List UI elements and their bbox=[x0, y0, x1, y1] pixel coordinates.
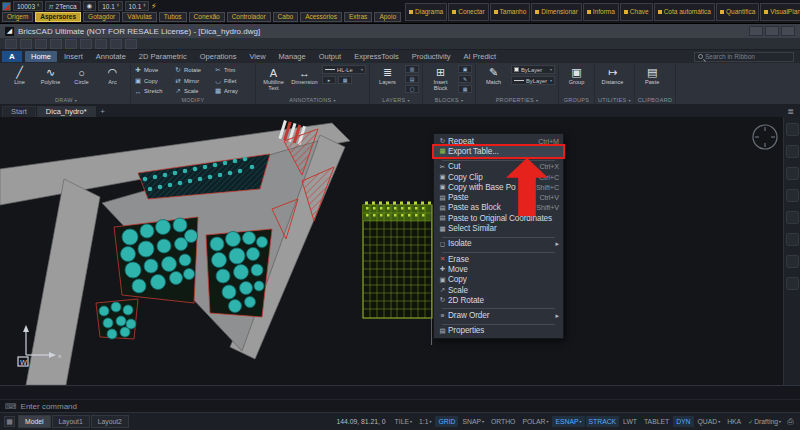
ribbon-app-menu-button[interactable]: A bbox=[2, 51, 22, 62]
linetype-combo[interactable]: ByLayer▾ bbox=[511, 76, 555, 85]
ribbon-tab[interactable]: Productivity bbox=[406, 51, 457, 62]
document-tab[interactable]: Dica_hydro* bbox=[37, 106, 96, 117]
plugin-tab[interactable]: Válvulas bbox=[122, 12, 157, 22]
ribbon-big-button[interactable]: ↔ Dimension bbox=[290, 65, 319, 92]
paste-button[interactable]: ▤Paste bbox=[638, 65, 667, 86]
context-menu-item[interactable]: ✂ Cut Ctrl+X ▸ bbox=[434, 162, 563, 172]
plugin-tab[interactable]: Origem bbox=[2, 12, 33, 22]
plugin-tool-button[interactable]: Quantifica bbox=[716, 3, 759, 21]
leader-button[interactable]: ▸ bbox=[322, 76, 336, 84]
status-toggle[interactable]: ✓ STRACK ▾ bbox=[586, 416, 620, 427]
context-menu-item[interactable]: ≡ Draw Order ▸ bbox=[434, 310, 563, 320]
status-toggle[interactable]: ✓ SNAP ▾ bbox=[459, 416, 487, 427]
context-menu-item[interactable]: ▣ Copy ▸ bbox=[434, 275, 563, 285]
layout-tab[interactable]: Layout2 bbox=[91, 415, 129, 428]
plugin-tool-button[interactable]: Chave bbox=[620, 3, 653, 21]
plugin-tool-button[interactable]: VisualPlan bbox=[760, 3, 800, 21]
layers-button[interactable]: ≣Layers bbox=[373, 65, 402, 86]
context-menu-item[interactable]: ↻ Repeat Ctrl+M ▸ bbox=[434, 136, 563, 146]
context-menu-item[interactable]: ▸ bbox=[442, 158, 555, 161]
ribbon-small-button[interactable]: ◡ Fillet bbox=[214, 76, 252, 87]
ribbon-tab[interactable]: AI Predict bbox=[458, 51, 503, 62]
layer-isolate-button[interactable]: ▤ bbox=[405, 75, 419, 83]
status-toggle[interactable]: ✓ Drafting ▾ bbox=[745, 416, 784, 427]
ribbon-big-button[interactable]: ∿ Polyline bbox=[36, 65, 65, 86]
status-toggle[interactable]: ✓ GRID ▾ bbox=[435, 416, 458, 427]
status-toggle[interactable]: ✓ QUAD ▾ bbox=[695, 416, 724, 427]
context-menu-item[interactable]: ▤ Paste to Original Coordinates ▸ bbox=[434, 213, 563, 223]
plugin-tab[interactable]: Tubos bbox=[159, 12, 187, 22]
plugin-tool-button[interactable]: Dimensionar bbox=[531, 3, 582, 21]
leader-style-combo[interactable]: HL-Le▾ bbox=[322, 65, 366, 74]
plugin-tab[interactable]: Conexão bbox=[189, 12, 225, 22]
attach-button[interactable]: ▦ bbox=[458, 85, 472, 93]
size-field-2[interactable]: 10.1▴▾ bbox=[125, 1, 149, 11]
status-toggle[interactable]: ✓ POLAR ▾ bbox=[519, 416, 551, 427]
ribbon-big-button[interactable]: ╱ Line bbox=[5, 65, 34, 86]
model-space-canvas[interactable]: W x ↻ Repeat Ctrl+M ▸ ▦ Export Table... … bbox=[0, 117, 800, 385]
ribbon-tab[interactable]: View bbox=[243, 51, 271, 62]
tab-list-icon[interactable]: ≣ bbox=[787, 107, 798, 116]
edit-block-button[interactable]: ✎ bbox=[458, 75, 472, 83]
ribbon-tab[interactable]: ExpressTools bbox=[348, 51, 405, 62]
ribbon-search[interactable] bbox=[694, 52, 794, 62]
context-menu-item[interactable]: ▣ Copy with Base Point Ctrl+Shift+C ▸ bbox=[434, 182, 563, 192]
ribbon-big-button[interactable]: ○ Circle bbox=[67, 65, 96, 86]
context-menu-item[interactable]: ▤ Paste as Block Ctrl+Shift+V ▸ bbox=[434, 203, 563, 213]
plugin-tool-button[interactable]: Cota automática bbox=[654, 3, 715, 21]
context-menu-item[interactable]: ◻ Isolate ▸ bbox=[434, 239, 563, 249]
pi-selector[interactable]: π2Tenca bbox=[45, 1, 81, 11]
create-block-button[interactable]: ▣ bbox=[458, 65, 472, 73]
plugin-tool-button[interactable]: Informa bbox=[583, 3, 619, 21]
status-toggle[interactable]: ✓ TABLET ▾ bbox=[641, 416, 672, 427]
group-button[interactable]: ▣Group bbox=[562, 65, 591, 86]
navigation-wheel[interactable] bbox=[753, 125, 777, 149]
spinner-icon[interactable]: ▴▾ bbox=[37, 4, 39, 8]
context-menu-item[interactable]: ↗ Scale ▸ bbox=[434, 285, 563, 295]
layer-state-button[interactable]: ▥ bbox=[405, 65, 419, 73]
counter-field[interactable]: 10003▴▾ bbox=[13, 1, 43, 11]
distance-button[interactable]: ↦Distance bbox=[598, 65, 627, 86]
ribbon-search-input[interactable] bbox=[705, 53, 790, 60]
ribbon-tab[interactable]: Manage bbox=[273, 51, 312, 62]
context-menu-item[interactable]: ▸ bbox=[442, 306, 555, 309]
status-toggle[interactable]: ✓ LWT ▾ bbox=[620, 416, 640, 427]
command-line[interactable]: ⌨ Enter command bbox=[0, 400, 800, 412]
status-toggle[interactable]: ✓ TILE ▾ bbox=[392, 416, 415, 427]
irrigation-table-graphic[interactable] bbox=[363, 202, 432, 346]
layout-browser-icon[interactable]: ▦ bbox=[4, 416, 15, 427]
status-toggle[interactable]: ✓ DYN ▾ bbox=[673, 416, 693, 427]
drawing-viewport[interactable]: W x bbox=[0, 117, 783, 385]
insert-block-button[interactable]: ⊞Insert Block bbox=[426, 65, 455, 92]
plugin-tab[interactable]: Aspersores bbox=[35, 12, 81, 22]
ribbon-big-button[interactable]: A Multiline Text bbox=[259, 65, 288, 92]
command-history[interactable] bbox=[0, 386, 800, 400]
plugin-tab[interactable]: Gotagdor bbox=[83, 12, 120, 22]
layout-tab[interactable]: Layout1 bbox=[52, 415, 90, 428]
plugin-tab[interactable]: Acessórios bbox=[300, 12, 342, 22]
status-toggle[interactable]: ✓ 1:1 ▾ bbox=[416, 416, 434, 427]
ribbon-tab[interactable]: Operations bbox=[194, 51, 243, 62]
ribbon-small-button[interactable]: ↗ Scale bbox=[174, 86, 212, 97]
ribbon-tab[interactable]: Annotate bbox=[90, 51, 132, 62]
context-menu-item[interactable]: ▤ Paste Ctrl+V ▸ bbox=[434, 192, 563, 202]
plugin-tool-button[interactable]: Conectar bbox=[448, 3, 488, 21]
plugin-tab[interactable]: Cabo bbox=[273, 12, 299, 22]
size-field-1[interactable]: 10.1▴▾ bbox=[98, 1, 122, 11]
ribbon-tab[interactable]: Output bbox=[313, 51, 348, 62]
spinner-icon[interactable]: ▴▾ bbox=[117, 4, 119, 8]
camera-button[interactable]: ◉ bbox=[83, 1, 97, 11]
lightning-icon[interactable]: ⚡ bbox=[151, 2, 157, 11]
plugin-tool-button[interactable]: Diagrama bbox=[405, 3, 447, 21]
context-menu-item[interactable]: ▸ bbox=[442, 235, 555, 238]
ribbon-small-button[interactable]: ✂ Trim bbox=[214, 65, 252, 76]
new-document-button[interactable]: + bbox=[97, 106, 109, 117]
ribbon-small-button[interactable]: ▣ Copy bbox=[134, 76, 172, 87]
table-button[interactable]: ▦ bbox=[338, 76, 352, 84]
ribbon-tab[interactable]: Home bbox=[25, 51, 57, 62]
context-menu-item[interactable]: ▦ Select Similar ▸ bbox=[434, 223, 563, 233]
layout-tab[interactable]: Model bbox=[18, 415, 51, 428]
context-menu-item[interactable]: ▤ Properties ▸ bbox=[434, 326, 563, 336]
context-menu-item[interactable]: ✚ Move ▸ bbox=[434, 264, 563, 274]
ribbon-small-button[interactable]: ⇄ Mirror bbox=[174, 76, 212, 87]
